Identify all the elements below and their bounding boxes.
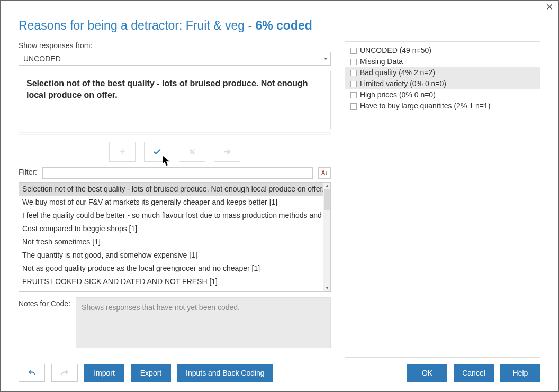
list-item[interactable]: Cost compared to beggie shops [1] [19,222,323,235]
export-button[interactable]: Export [131,364,171,382]
plus-icon [118,147,127,157]
code-label: Bad quality (4% 2 n=2) [360,67,435,78]
checkbox-icon[interactable] [350,48,357,54]
list-item[interactable]: I feel the quality could be better - so … [19,209,323,222]
list-item[interactable]: We buy most of our F&V at markets its ge… [19,196,323,209]
dropdown-value: UNCODED [23,54,61,63]
import-button[interactable]: Import [84,364,124,382]
checkbox-icon[interactable] [350,81,357,87]
toolbar [19,139,331,167]
scroll-up-icon[interactable]: ▴ [323,183,330,189]
list-item[interactable]: Not as good quality produce as the local… [19,262,323,275]
scroll-thumb[interactable] [324,189,330,210]
list-item[interactable]: Not fresh sometimes [1] [19,235,323,249]
footer: Import Export Inputs and Back Coding OK … [19,364,540,382]
sort-button[interactable]: A↓ [318,167,331,179]
response-list[interactable]: Selection not of the best quality - lots… [19,182,331,292]
redo-icon [60,368,69,378]
scroll-down-icon[interactable]: ▾ [323,285,330,291]
cancel-button[interactable]: Cancel [454,364,494,382]
code-item[interactable]: Bad quality (4% 2 n=2) [345,67,540,78]
checkbox-icon[interactable] [350,92,357,98]
show-responses-label: Show responses from: [19,41,331,50]
check-icon [152,147,162,157]
filter-label: Filter: [19,168,37,176]
chevron-down-icon: ▾ [324,56,327,61]
current-response-text: Selection not of the best quality - lots… [26,79,308,99]
next-button[interactable] [214,142,240,162]
notes-box: Shows responses that have not yet been c… [76,297,331,348]
undo-icon [27,368,37,378]
notes-text: Shows responses that have not yet been c… [82,303,240,312]
code-item[interactable]: High prices (0% 0 n=0) [345,89,540,101]
divider [19,132,331,135]
code-item[interactable]: UNCODED (49 n=50) [345,45,540,56]
inputs-back-coding-button[interactable]: Inputs and Back Coding [177,364,273,382]
reject-button[interactable] [179,142,205,162]
list-item[interactable]: Did [1] [19,288,323,291]
close-icon[interactable]: ✕ [545,3,554,12]
arrow-right-icon [222,147,232,157]
undo-button[interactable] [19,364,45,382]
help-button[interactable]: Help [500,364,540,382]
notes-label: Notes for Code: [19,297,70,346]
sort-az-icon: A [321,170,325,176]
code-item[interactable]: Have to buy large quanitites (2% 1 n=1) [345,101,540,112]
code-item[interactable]: Missing Data [345,56,540,67]
codes-panel: UNCODED (49 n=50)Missing DataBad quality… [345,41,540,358]
dialog-title: Reasons for being a detractor: Fruit & v… [19,19,540,33]
redo-button[interactable] [51,364,78,382]
code-item[interactable]: Limited variety (0% 0 n=0) [345,78,540,89]
title-percent: 6% coded [255,19,312,32]
code-label: Have to buy large quanitites (2% 1 n=1) [360,101,490,112]
list-item[interactable]: FRUITS LOOKED SICK AND DATED AND NOT FRE… [19,275,323,288]
code-label: Limited variety (0% 0 n=0) [360,78,446,89]
list-item[interactable]: The quantity is not good, and somehow ex… [19,249,323,262]
filter-input[interactable] [42,167,313,179]
list-item[interactable]: Selection not of the best quality - lots… [19,183,323,196]
checkbox-icon[interactable] [350,59,357,65]
checkbox-icon[interactable] [350,103,357,110]
code-label: UNCODED (49 n=50) [360,45,431,56]
checkbox-icon[interactable] [350,70,357,76]
scrollbar[interactable]: ▴ ▾ [323,183,330,291]
code-label: Missing Data [360,56,403,67]
ok-button[interactable]: OK [407,364,447,382]
add-button[interactable] [109,142,136,162]
x-icon [187,147,197,157]
title-text: Reasons for being a detractor: Fruit & v… [19,19,255,32]
coding-dialog: ✕ Reasons for being a detractor: Fruit &… [1,1,558,391]
confirm-button[interactable] [144,142,170,162]
show-responses-dropdown[interactable]: UNCODED ▾ [19,52,331,66]
current-response-box: Selection not of the best quality - lots… [19,71,331,129]
code-label: High prices (0% 0 n=0) [360,89,436,101]
